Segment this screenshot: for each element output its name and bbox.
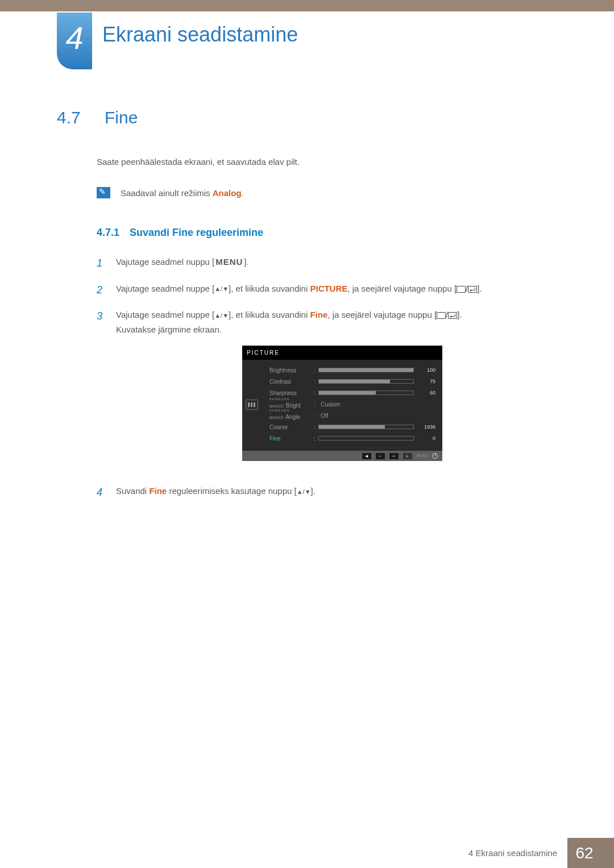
- t: ].: [457, 310, 462, 319]
- section-intro: Saate peenhäälestada ekraani, et saavuta…: [97, 157, 569, 167]
- t: Suvandi: [116, 486, 149, 496]
- step-number: 3: [97, 308, 105, 475]
- subsection-number: 4.7.1: [97, 227, 119, 239]
- footer-chapter-label: 4 Ekraani seadistamine: [458, 838, 567, 868]
- step-3: 3 Vajutage seadmel nuppe [▲/▼], et liiku…: [97, 308, 569, 475]
- source-icon: [457, 286, 466, 293]
- osd-rows: Brightness : 100 Contrast :: [269, 364, 435, 444]
- t: Vajutage seadmel nuppe [: [116, 284, 214, 293]
- subsection-title: Suvandi Fine reguleerimine: [130, 227, 263, 239]
- t: ].: [311, 486, 316, 496]
- step-number: 2: [97, 281, 105, 299]
- osd-row-magic-angle: SAMSUNGMAGIC Angle : Off: [269, 410, 435, 421]
- osd-row-coarse: Coarse : 1936: [269, 421, 435, 433]
- t: ], et liikuda suvandini: [229, 284, 310, 293]
- osd-menu: PICTURE Brightness : 100: [242, 346, 442, 461]
- osd-minus-icon: −: [376, 453, 385, 459]
- note-icon: [97, 187, 110, 198]
- top-bar: [0, 0, 614, 11]
- enter-icon: [468, 286, 477, 293]
- osd-plus-icon: +: [389, 453, 399, 459]
- step-text: Vajutage seadmel nuppe [▲/▼], et liikuda…: [116, 308, 569, 475]
- step-number: 1: [97, 255, 105, 272]
- up-down-icon: ▲/▼: [214, 313, 229, 319]
- source-icon: [437, 312, 446, 319]
- section-number: 4.7: [57, 108, 86, 127]
- t: Vajutage seadmel nuppe [: [116, 310, 214, 319]
- t: Vajutage seadmel nuppu [: [116, 257, 214, 267]
- osd-text-value: Custom: [318, 400, 417, 409]
- step-number: 4: [97, 484, 105, 501]
- t: ], et liikuda suvandini: [229, 310, 310, 319]
- section-heading: 4.7 Fine: [57, 108, 569, 127]
- osd-back-icon: ◄: [362, 453, 371, 459]
- osd-label: SAMSUNGMAGIC Angle: [269, 409, 314, 422]
- keyword-fine: Fine: [310, 310, 327, 319]
- step-text: Suvandi Fine reguleerimiseks kasutage nu…: [116, 484, 569, 501]
- osd-play-icon: ►: [403, 453, 412, 459]
- osd-row-brightness: Brightness : 100: [269, 364, 435, 376]
- osd-row-contrast: Contrast : 75: [269, 376, 435, 387]
- osd-value: 60: [417, 389, 435, 397]
- note-suffix: .: [242, 188, 244, 198]
- osd-picture-icon: [246, 400, 258, 410]
- t: reguleerimiseks kasutage nuppu [: [167, 486, 296, 496]
- osd-row-magic-bright: SAMSUNGMAGIC Bright : Custom: [269, 398, 435, 410]
- enter-icon: [448, 312, 457, 319]
- note: Saadaval ainult režiimis Analog.: [97, 187, 569, 198]
- t: ].: [244, 257, 248, 267]
- t: , ja seejärel vajutage nuppu [: [347, 284, 457, 293]
- osd-value: 100: [417, 366, 435, 375]
- up-down-icon: ▲/▼: [297, 489, 311, 495]
- keyword-fine: Fine: [149, 486, 167, 496]
- osd-auto-label: AUTO: [417, 452, 428, 459]
- osd-label: Coarse: [269, 422, 314, 432]
- step-2: 2 Vajutage seadmel nuppe [▲/▼], et liiku…: [97, 281, 569, 299]
- osd-slider: [318, 436, 414, 441]
- osd-slider: [318, 391, 414, 395]
- keyword-picture: PICTURE: [310, 284, 347, 293]
- osd-slider: [318, 368, 414, 372]
- osd-value: 0: [417, 434, 435, 443]
- page: 4 Ekraani seadistamine 4.7 Fine Saate pe…: [0, 0, 614, 868]
- note-text: Saadaval ainult režiimis Analog.: [121, 188, 244, 198]
- osd-row-sharpness: Sharpness : 60: [269, 387, 435, 398]
- page-footer: 4 Ekraani seadistamine 62: [0, 838, 614, 868]
- chapter-number-badge: 4: [57, 13, 92, 69]
- footer-decoration: [601, 838, 614, 868]
- osd-header: PICTURE: [242, 346, 442, 360]
- osd-power-icon: [432, 453, 438, 459]
- osd-row-fine: Fine : 0: [269, 433, 435, 444]
- osd-body: Brightness : 100 Contrast :: [242, 360, 442, 451]
- osd-text-value: Off: [318, 411, 417, 421]
- step-text: Vajutage seadmel nuppe [▲/▼], et liikuda…: [116, 281, 569, 299]
- osd-label-selected: Fine: [269, 434, 314, 443]
- note-keyword: Analog: [213, 188, 242, 198]
- osd-label: Sharpness: [269, 388, 314, 398]
- osd-value: 1936: [417, 423, 435, 431]
- footer-page-number: 62: [567, 838, 601, 868]
- osd-value: 75: [417, 377, 435, 386]
- subsection-heading: 4.7.1 Suvandi Fine reguleerimine: [97, 227, 569, 239]
- up-down-icon: ▲/▼: [214, 286, 229, 292]
- osd-footer: ◄ − + ► AUTO: [242, 451, 442, 461]
- note-prefix: Saadaval ainult režiimis: [121, 188, 213, 198]
- menu-key-icon: MENU: [214, 255, 244, 269]
- step-4: 4 Suvandi Fine reguleerimiseks kasutage …: [97, 484, 569, 501]
- section-title: Fine: [105, 108, 138, 127]
- step-1: 1 Vajutage seadmel nuppu [MENU].: [97, 255, 569, 272]
- osd-slider: [318, 425, 414, 429]
- t: , ja seejärel vajutage nuppu [: [327, 310, 437, 319]
- step-3-after: Kuvatakse järgmine ekraan.: [116, 325, 222, 334]
- step-text: Vajutage seadmel nuppu [MENU].: [116, 255, 569, 272]
- chapter-title: Ekraani seadistamine: [102, 23, 298, 47]
- content-area: 4.7 Fine Saate peenhäälestada ekraani, e…: [57, 108, 569, 510]
- osd-label: Contrast: [269, 377, 314, 387]
- osd-label: Brightness: [269, 366, 314, 375]
- t: ].: [477, 284, 482, 293]
- osd-slider: [318, 379, 414, 384]
- steps-list: 1 Vajutage seadmel nuppu [MENU]. 2 Vajut…: [97, 255, 569, 501]
- osd-screenshot: PICTURE Brightness : 100: [242, 346, 442, 461]
